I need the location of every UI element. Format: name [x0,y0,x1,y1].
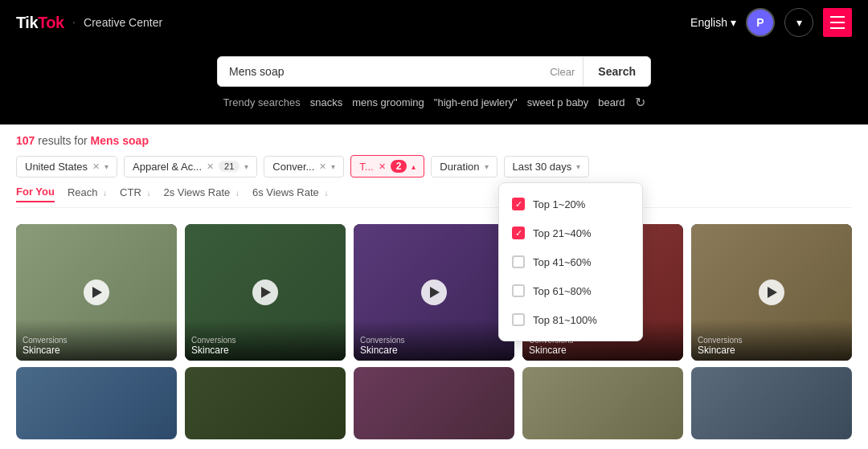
sort-tab-2s-views[interactable]: 2s Views Rate ↓ [163,186,239,202]
video-card-1[interactable]: Conversions Skincare [16,224,177,361]
header-right: English ▾ P ▾ [690,8,852,37]
dropdown-item-label: Top 81~100% [533,314,597,326]
video-card-6[interactable] [16,367,177,439]
chevron-down-icon: ▾ [244,162,248,171]
filter-chip-date[interactable]: Last 30 days ▾ [504,156,590,178]
sort-arrow-icon: ↓ [103,189,107,198]
video-card-8[interactable] [354,367,514,439]
results-prefix: results for [38,134,87,147]
trending-label: Trendy searches [223,96,300,108]
video-grid-row1: Conversions Skincare Conversions Skincar… [0,219,868,367]
checkbox-top1-20[interactable] [512,198,525,210]
creative-center-label: Creative Center [84,16,162,29]
chevron-down-icon: ▾ [576,162,580,171]
search-input[interactable] [218,57,542,86]
trending-tag-grooming[interactable]: mens grooming [352,96,424,108]
chevron-down-icon: ▾ [104,162,108,171]
top-percent-dropdown: Top 1~20% Top 21~40% Top 41~60% Top 61~8… [498,182,643,341]
trending-tag-jewelry[interactable]: "high-end jewlery" [434,96,518,108]
dropdown-item-top81-100[interactable]: Top 81~100% [499,305,642,334]
filter-top-count: 2 [391,160,407,173]
dropdown-item-label: Top 41~60% [533,256,592,268]
video-name-2: Skincare [191,345,339,356]
dropdown-item-label: Top 1~20% [533,198,585,210]
logo-separator: · [72,15,76,30]
video-card-3[interactable]: Conversions Skincare [354,224,514,361]
filter-row: United States ✕ ▾ Apparel & Ac... ✕ 21 ▾… [16,155,852,178]
dropdown-item-label: Top 21~40% [533,227,592,239]
video-category-5: Conversions [698,336,845,345]
dropdown-item-top21-40[interactable]: Top 21~40% [499,218,642,247]
filter-chip-conversions[interactable]: Conver... ✕ ▾ [264,156,344,178]
filter-chip-top[interactable]: T... ✕ 2 ▴ [350,155,424,178]
video-name-5: Skincare [698,345,845,356]
avatar[interactable]: P [746,8,775,37]
results-count: 107 results for Mens soap [16,134,852,147]
trending-tag-beard[interactable]: beard [598,96,624,108]
filter-conversions-label: Conver... [272,161,314,173]
checkbox-top81-100[interactable] [512,313,525,326]
video-label-2: Conversions Skincare [185,320,346,361]
trending-tag-snacks[interactable]: snacks [310,96,342,108]
chevron-down-icon: ▾ [731,16,736,29]
dropdown-item-label: Top 61~80% [533,285,592,297]
video-label-3: Conversions Skincare [354,320,514,361]
refresh-icon[interactable]: ↻ [635,95,645,110]
sort-arrow-icon: ↓ [324,189,328,198]
video-category-2: Conversions [191,336,339,345]
checkbox-top61-80[interactable] [512,284,525,297]
play-button-3[interactable] [421,280,447,305]
results-query: Mens soap [91,134,149,147]
chevron-down-icon: ▾ [796,16,802,29]
video-card-5[interactable]: Conversions Skincare [691,224,852,361]
play-button-1[interactable] [84,280,109,305]
checkbox-top21-40[interactable] [512,227,525,239]
play-button-2[interactable] [252,280,278,305]
sort-tab-6s-views[interactable]: 6s Views Rate ↓ [252,186,328,202]
results-number: 107 [16,134,35,147]
menu-icon-line [830,27,845,29]
header: TikTok · Creative Center English ▾ P ▾ [0,0,868,45]
play-icon [261,287,271,298]
chevron-down-icon: ▾ [331,162,335,171]
filter-country-remove[interactable]: ✕ [92,161,100,172]
checkbox-top41-60[interactable] [512,255,525,268]
play-button-5[interactable] [759,280,784,305]
profile-dropdown-btn[interactable]: ▾ [784,8,813,37]
dropdown-item-top1-20[interactable]: Top 1~20% [499,190,642,218]
filter-chip-country[interactable]: United States ✕ ▾ [16,156,117,178]
trending-searches: Trendy searches snacks mens grooming "hi… [223,95,645,110]
clear-button[interactable]: Clear [542,66,583,78]
menu-icon-line [830,22,845,23]
header-left: TikTok · Creative Center [16,14,162,32]
video-category-3: Conversions [360,336,508,345]
dropdown-item-top61-80[interactable]: Top 61~80% [499,276,642,305]
avatar-initial: P [756,16,764,29]
video-card-7[interactable] [185,367,346,439]
filter-conversions-remove[interactable]: ✕ [319,161,326,172]
language-selector[interactable]: English ▾ [690,16,736,29]
filter-category-label: Apparel & Ac... [133,161,202,173]
filter-top-remove[interactable]: ✕ [379,161,386,172]
video-label-1: Conversions Skincare [16,320,177,361]
filter-chip-duration[interactable]: Duration ▾ [431,156,497,178]
search-bar: Clear Search [217,56,651,87]
video-card-9[interactable] [522,367,683,439]
sort-tab-label: 2s Views Rate [163,186,230,198]
sort-tab-for-you[interactable]: For You [16,186,55,202]
search-button[interactable]: Search [583,57,650,86]
sort-arrow-icon: ↓ [146,189,150,198]
sort-tab-ctr[interactable]: CTR ↓ [120,186,150,202]
sort-tab-label: For You [16,186,55,198]
menu-button[interactable] [823,8,852,37]
dropdown-item-top41-60[interactable]: Top 41~60% [499,247,642,276]
filter-chip-category[interactable]: Apparel & Ac... ✕ 21 ▾ [124,156,257,178]
video-card-2[interactable]: Conversions Skincare [185,224,346,361]
filter-category-remove[interactable]: ✕ [207,161,214,172]
play-icon [768,287,777,298]
filter-category-count: 21 [219,161,240,172]
trending-tag-baby[interactable]: sweet p baby [527,96,589,108]
sort-tab-reach[interactable]: Reach ↓ [68,186,107,202]
video-category-1: Conversions [23,336,170,345]
video-card-10[interactable] [691,367,852,439]
